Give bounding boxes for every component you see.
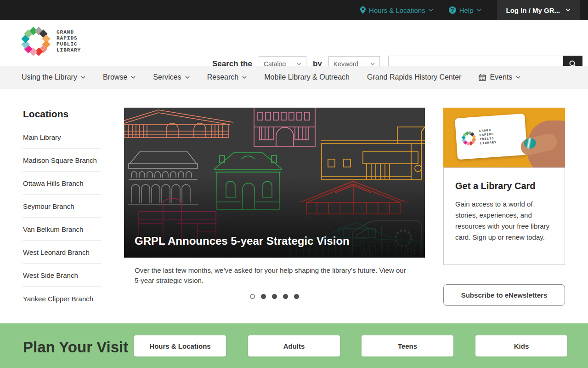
location-link-van-belkum[interactable]: Van Belkum Branch bbox=[23, 218, 101, 241]
help-link[interactable]: ? Help bbox=[449, 6, 481, 14]
chevron-down-icon bbox=[565, 8, 571, 12]
chevron-down-icon bbox=[516, 76, 520, 79]
carousel-dot-1[interactable] bbox=[250, 294, 255, 299]
location-link-yankee-clipper[interactable]: Yankee Clipper Branch bbox=[23, 287, 101, 310]
carousel-dot-3[interactable] bbox=[272, 294, 277, 299]
location-link-seymour[interactable]: Seymour Branch bbox=[23, 195, 101, 218]
carousel-dot-4[interactable] bbox=[283, 294, 288, 299]
nav-mobile-library-outreach[interactable]: Mobile Library & Outreach bbox=[264, 73, 350, 81]
chevron-down-icon bbox=[297, 63, 301, 66]
hero-carousel-slide[interactable]: GRPL Announces 5-year Strategic Vision bbox=[124, 108, 425, 258]
teens-button[interactable]: Teens bbox=[362, 335, 453, 356]
carousel-dot-2[interactable] bbox=[261, 294, 266, 299]
nav-events[interactable]: Events bbox=[479, 73, 520, 81]
location-link-madison-square[interactable]: Madison Square Branch bbox=[23, 149, 101, 172]
locations-list: Main Library Madison Square Branch Ottaw… bbox=[23, 126, 101, 310]
login-label: Log In / My GR... bbox=[506, 6, 560, 14]
help-icon: ? bbox=[449, 6, 456, 14]
location-link-ottawa-hills[interactable]: Ottawa Hills Branch bbox=[23, 172, 101, 195]
main-navigation: Using the Library Browse Services Resear… bbox=[0, 66, 588, 89]
location-link-main-library[interactable]: Main Library bbox=[23, 126, 101, 149]
hero-slide-title: GRPL Announces 5-year Strategic Vision bbox=[135, 235, 350, 247]
nav-research[interactable]: Research bbox=[207, 73, 247, 81]
plan-your-visit-title: Plan Your Visit bbox=[23, 339, 128, 356]
login-button[interactable]: Log In / My GR... bbox=[497, 0, 580, 20]
chevron-down-icon bbox=[131, 76, 136, 79]
chevron-down-icon bbox=[185, 76, 190, 79]
chevron-down-icon bbox=[477, 9, 481, 12]
library-card-photo: GRANDRAPIDS PUBLICLIBRARY bbox=[443, 108, 565, 167]
adults-button[interactable]: Adults bbox=[248, 335, 340, 356]
library-card-image: GRANDRAPIDS PUBLICLIBRARY bbox=[455, 114, 527, 160]
site-logo[interactable]: GRANDRAPIDS PUBLICLIBRARY bbox=[22, 27, 81, 56]
locations-heading: Locations bbox=[23, 109, 68, 120]
site-header: GRANDRAPIDS PUBLICLIBRARY Search the Cat… bbox=[0, 20, 588, 66]
logo-wordmark: GRANDRAPIDS PUBLICLIBRARY bbox=[57, 29, 81, 53]
hours-locations-link[interactable]: Hours & Locations bbox=[360, 6, 433, 14]
carousel-dot-5[interactable] bbox=[294, 294, 299, 299]
logo-ring-icon bbox=[22, 27, 50, 56]
kids-button[interactable]: Kids bbox=[475, 335, 567, 356]
calendar-icon bbox=[479, 74, 486, 81]
promo-body: Gain access to a world of stories, exper… bbox=[455, 199, 553, 243]
utility-topbar: Hours & Locations ? Help Log In / My GR.… bbox=[0, 0, 588, 20]
promo-title: Get a Library Card bbox=[455, 181, 553, 191]
plan-your-visit-band: Plan Your Visit Hours & Locations Adults… bbox=[0, 323, 588, 368]
help-label: Help bbox=[459, 6, 474, 14]
get-library-card-panel: Get a Library Card Gain access to a worl… bbox=[443, 167, 565, 265]
nav-using-the-library[interactable]: Using the Library bbox=[22, 73, 85, 81]
card-wordmark: GRANDRAPIDS PUBLICLIBRARY bbox=[479, 128, 497, 145]
chevron-down-icon bbox=[242, 76, 247, 79]
subscribe-enewsletters-button[interactable]: Subscribe to eNewsletters bbox=[443, 284, 565, 306]
location-link-west-side[interactable]: West Side Branch bbox=[23, 264, 101, 287]
hours-locations-label: Hours & Locations bbox=[369, 6, 425, 14]
nav-history-center[interactable]: Grand Rapids History Center bbox=[367, 73, 461, 81]
hours-locations-button[interactable]: Hours & Locations bbox=[134, 335, 226, 356]
chevron-down-icon bbox=[81, 76, 85, 79]
nav-browse[interactable]: Browse bbox=[103, 73, 136, 81]
chevron-down-icon bbox=[370, 63, 375, 66]
logo-ring-icon bbox=[461, 131, 476, 146]
hero-slide-caption: Over the last few months, we’ve asked fo… bbox=[135, 265, 414, 286]
location-link-west-leonard[interactable]: West Leonard Branch bbox=[23, 241, 101, 264]
location-pin-icon bbox=[360, 6, 366, 14]
carousel-dots bbox=[124, 294, 425, 299]
chevron-down-icon bbox=[429, 9, 433, 12]
nav-services[interactable]: Services bbox=[153, 73, 189, 81]
